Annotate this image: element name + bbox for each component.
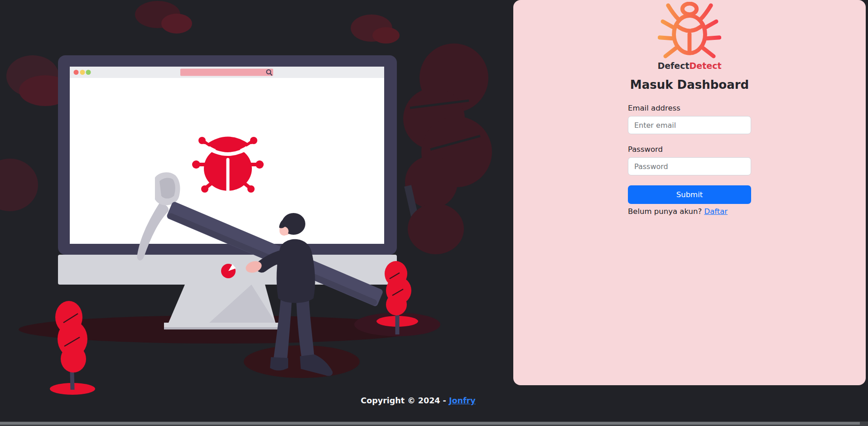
window-control-dots [74, 70, 91, 75]
horizontal-scrollbar[interactable] [0, 421, 868, 426]
password-field[interactable] [628, 157, 751, 175]
browser-search-bar [180, 69, 273, 76]
footer-author-link[interactable]: Jonfry [449, 396, 476, 405]
page: DefectDetect Masuk Dashboard Email addre… [0, 0, 868, 426]
signup-prompt: Belum punya akun? [628, 207, 704, 216]
signup-link[interactable]: Daftar [704, 207, 728, 216]
page-title: Masuk Dashboard [630, 78, 749, 92]
email-field[interactable] [628, 116, 751, 134]
footer: Copyright © 2024 - Jonfry [0, 396, 868, 405]
brand-name: DefectDetect [657, 61, 721, 71]
brand-name-secondary: Detect [690, 61, 722, 71]
email-label: Email address [628, 104, 751, 112]
bug-logo-icon [658, 2, 721, 60]
horizontal-scrollbar-thumb[interactable] [0, 422, 860, 425]
signup-note: Belum punya akun? Daftar [628, 207, 751, 216]
copyright-text: Copyright © 2024 - [361, 396, 449, 405]
tree-left [50, 301, 95, 395]
password-label: Password [628, 145, 751, 154]
login-form: Email address Password Submit Belum puny… [628, 104, 751, 216]
login-panel: DefectDetect Masuk Dashboard Email addre… [513, 0, 866, 385]
brand-name-primary: Defect [657, 61, 689, 71]
submit-button[interactable]: Submit [628, 185, 751, 204]
